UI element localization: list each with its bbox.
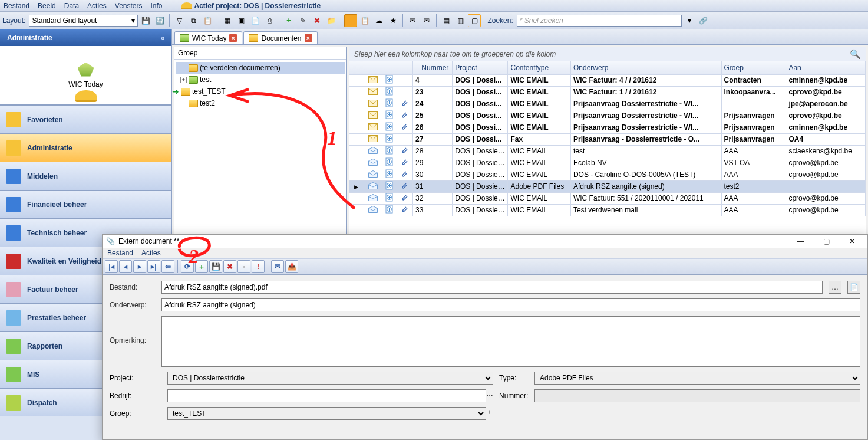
collapse-icon[interactable]: « [161, 34, 164, 41]
menu-acties[interactable]: Acties [87, 2, 107, 10]
copy-icon[interactable]: ⧉ [187, 14, 200, 27]
prev-icon[interactable]: ◂ [119, 260, 132, 273]
cloud-icon[interactable]: ☁ [372, 14, 385, 27]
grid-row[interactable]: 33DOS | Dossierr...WIC EMAILTest verdwen… [349, 204, 866, 216]
minimize-button[interactable]: — [788, 235, 812, 247]
cell-onderwerp: test [570, 145, 721, 157]
send-icon[interactable]: 📤 [285, 260, 298, 273]
grid-header-row[interactable]: Nummer Project Contenttype Onderwerp Gro… [349, 61, 866, 74]
menu-data[interactable]: Data [64, 2, 79, 10]
link-icon[interactable]: 🔗 [697, 14, 710, 27]
grid-row[interactable]: 23DOS | Dossi...WIC EMAILWIC Factuur: 1 … [349, 86, 866, 98]
cell-onderwerp: Prijsaanvraag Dossierrestrictie - WI... [570, 110, 721, 122]
grid-row[interactable]: 27DOS | Dossi...FaxPrijsaanvraag - Dossi… [349, 133, 866, 145]
tree-node-test2[interactable]: test2 [176, 97, 345, 109]
sidebar-item-administratie[interactable]: Administratie [0, 133, 171, 162]
mail-icon[interactable]: ✉ [406, 14, 419, 27]
tree-node-test-test[interactable]: ➜ test_TEST [176, 86, 345, 97]
delete-icon[interactable]: ✖ [223, 260, 236, 273]
export-icon[interactable]: ⎙ [263, 14, 276, 27]
tab-documenten[interactable]: Documenten ✕ [243, 31, 317, 44]
folder-icon[interactable]: 📁 [325, 14, 338, 27]
view-icon[interactable]: ▣ [235, 14, 247, 27]
mail-icon[interactable]: ✉ [271, 260, 284, 273]
grid-row[interactable]: 4DOS | Dossi...WIC EMAILWIC Factuur: 4 /… [349, 74, 866, 86]
tab-wic-today[interactable]: WIC Today ✕ [174, 31, 242, 44]
layout3-icon[interactable]: ▢ [468, 14, 481, 27]
refresh-icon[interactable]: 🔄 [153, 14, 166, 27]
last-icon[interactable]: ▸| [147, 260, 160, 273]
layout-select[interactable]: Standard Grid layout▾ [29, 15, 138, 27]
tree-node-te-verdelen[interactable]: (te verdelen documenten) [176, 62, 345, 74]
close-tab-icon[interactable]: ✕ [229, 34, 237, 42]
dlg-menu-bestand[interactable]: Bestand [107, 249, 133, 257]
save-icon[interactable]: 💾 [139, 14, 152, 27]
orange-box-icon[interactable] [344, 14, 357, 27]
dlg-menu-acties[interactable]: Acties [141, 249, 161, 257]
hardhat-icon[interactable] [75, 90, 97, 102]
star-icon[interactable]: ★ [387, 14, 400, 27]
open-doc-button[interactable]: 📄 [847, 281, 860, 294]
sidebar-item-financieel-beheer[interactable]: Financieel beheer [0, 190, 171, 218]
paste-icon[interactable]: 📋 [201, 14, 214, 27]
cell-project: DOS | Dossierr... [453, 204, 508, 216]
select-project[interactable]: DOS | Dossierrestrictie [167, 372, 493, 385]
bedrijf-browse[interactable]: … [486, 389, 493, 402]
sidebar-item-middelen[interactable]: Middelen [0, 162, 171, 190]
input-bedrijf[interactable] [167, 389, 486, 402]
select-type[interactable]: Adobe PDF Files [534, 372, 860, 385]
select-groep[interactable]: test_TEST [167, 407, 486, 420]
search-input[interactable]: * Snel zoeken [517, 15, 682, 27]
maximize-button[interactable]: ▢ [814, 235, 838, 247]
group-hint[interactable]: Sleep hier een kolomkop naar toe om te g… [349, 47, 866, 61]
warn-icon[interactable]: ! [252, 260, 265, 273]
menu-info[interactable]: Info [151, 2, 163, 10]
sidebar-icon [6, 197, 21, 212]
back-icon[interactable]: ⇦ [161, 260, 174, 273]
first-icon[interactable]: |◂ [105, 260, 118, 273]
filter-icon[interactable]: ▽ [173, 14, 186, 27]
mail2-icon[interactable]: ✉ [420, 14, 433, 27]
close-button[interactable]: ✕ [840, 235, 864, 247]
grid-row[interactable]: 24DOS | Dossi...WIC EMAILPrijsaanvraag D… [349, 98, 866, 110]
tree-node-test[interactable]: + test [176, 74, 345, 86]
menu-bestand[interactable]: Bestand [4, 2, 29, 10]
input-onderwerp[interactable] [161, 298, 860, 311]
cell-aan: cprovo@kpd.be [786, 110, 866, 122]
save-icon[interactable]: 💾 [209, 260, 222, 273]
layout1-icon[interactable]: ▤ [440, 14, 453, 27]
grid-row[interactable]: 31DOS | Dossierr...Adobe PDF FilesAfdruk… [349, 180, 866, 192]
grid-row[interactable]: 32DOS | Dossierr...WIC EMAILWIC Factuur:… [349, 192, 866, 204]
search-icon[interactable]: 🔍 [850, 49, 861, 60]
mail-icon [365, 74, 381, 86]
doc-icon[interactable]: 📄 [249, 14, 262, 27]
col-icon[interactable]: ▦ [220, 14, 233, 27]
menu-vensters[interactable]: Vensters [115, 2, 143, 10]
grid-row[interactable]: 28DOS | Dossierr...WIC EMAILtestAAAsclae… [349, 145, 866, 157]
layout2-icon[interactable]: ▥ [454, 14, 467, 27]
search-dropdown-icon[interactable]: ▾ [683, 14, 696, 27]
input-bestand[interactable] [161, 281, 823, 294]
close-tab-icon[interactable]: ✕ [305, 34, 312, 42]
grid-row[interactable]: 29DOS | Dossierr...WIC EMAILEcolab NVVST… [349, 157, 866, 169]
cell-onderwerp: Test verdwenen mail [570, 204, 721, 216]
clear-icon[interactable]: ▫ [237, 260, 250, 273]
sidebar-item-favorieten[interactable]: Favorieten [0, 105, 171, 133]
browse-button[interactable]: … [829, 281, 841, 294]
grid-row[interactable]: 26DOS | Dossi...WIC EMAILPrijsaanvraag D… [349, 122, 866, 133]
add-icon[interactable]: ＋ [282, 14, 295, 27]
clipboard-icon[interactable]: 📋 [358, 14, 371, 27]
dialog-title-bar[interactable]: 📎 Extern document ** — ▢ ✕ [103, 235, 867, 248]
wic-icon[interactable] [78, 63, 94, 77]
cell-groep: Prijsaanvragen [721, 110, 786, 122]
groep-add[interactable]: ＋ [486, 407, 493, 420]
input-opmerking[interactable] [161, 316, 860, 367]
cell-contenttype: WIC EMAIL [508, 204, 570, 216]
menu-beeld[interactable]: Beeld [38, 2, 56, 10]
expand-icon[interactable]: + [180, 77, 187, 83]
grid-row[interactable]: 25DOS | Dossi...WIC EMAILPrijsaanvraag D… [349, 110, 866, 122]
next-icon[interactable]: ▸ [133, 260, 146, 273]
delete-icon[interactable]: ✖ [311, 14, 324, 27]
grid-row[interactable]: 30DOS | Dossierr...WIC EMAILDOS - Caroli… [349, 169, 866, 180]
edit-icon[interactable]: ✎ [296, 14, 309, 27]
